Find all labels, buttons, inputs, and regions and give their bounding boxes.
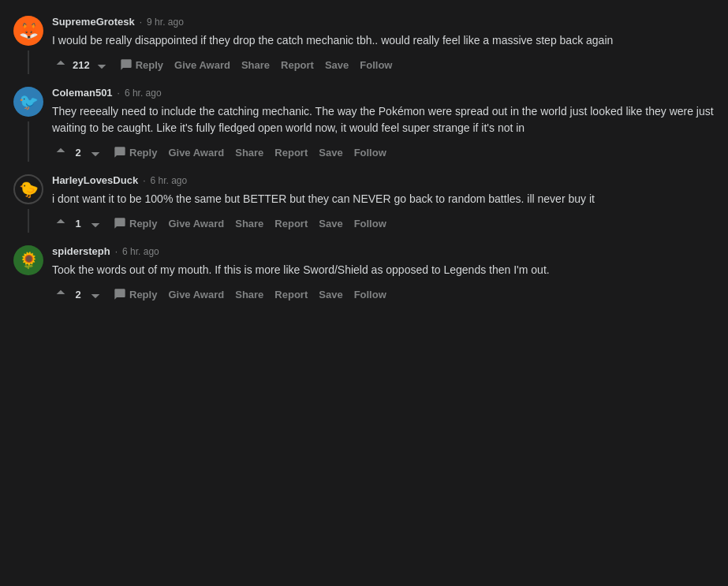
downvote-button[interactable] [87,215,104,231]
comment-actions: 2 Reply Give Award Share Report Save Fol… [52,285,715,304]
comment-actions: 212 Reply Give Award Share Report Save F… [52,55,715,74]
give-award-button[interactable]: Give Award [163,286,229,304]
reply-button[interactable]: Reply [109,143,162,162]
report-button[interactable]: Report [270,215,312,233]
upvote-button[interactable] [52,57,69,73]
vote-section: 2 [52,144,104,160]
share-button[interactable]: Share [230,215,268,233]
dot-separator: · [118,88,120,99]
timestamp: 9 hr. ago [147,17,184,28]
downvote-button[interactable] [87,286,104,302]
comment-left-col: 🦊 [13,16,44,74]
comment-body: They reeeally need to include the catchi… [52,103,715,136]
thread-line [28,50,29,74]
reply-icon [114,217,126,230]
vote-section: 2 [52,286,104,302]
avatar: 🦊 [13,16,43,46]
save-button[interactable]: Save [314,215,347,233]
reply-button[interactable]: Reply [115,55,168,74]
comment-item-1: 🦊 SupremeGrotesk · 9 hr. ago I would be … [13,9,715,80]
downvote-icon [89,288,102,300]
vote-section: 212 [52,57,110,73]
downvote-icon [89,217,102,230]
comment-header: Coleman501 · 6 hr. ago [52,87,715,99]
downvote-icon [89,146,102,159]
reply-icon [114,288,126,300]
comment-left-col: 🌻 [13,245,44,304]
comment-content: SupremeGrotesk · 9 hr. ago I would be re… [52,16,715,74]
report-button[interactable]: Report [270,144,312,162]
share-button[interactable]: Share [230,144,268,162]
comment-body: Took the words out of my mouth. If this … [52,262,715,278]
report-button[interactable]: Report [276,56,319,74]
comment-header: spidersteph · 6 hr. ago [52,245,715,257]
comment-content: Coleman501 · 6 hr. ago They reeeally nee… [52,87,715,162]
share-button[interactable]: Share [237,56,274,74]
vote-count: 1 [73,218,84,230]
avatar: 🐦 [13,87,43,117]
downvote-button[interactable] [87,144,104,160]
avatar-icon: 🐦 [19,94,39,110]
comment-item-2: 🐦 Coleman501 · 6 hr. ago They reeeally n… [13,80,715,168]
timestamp: 6 hr. ago [122,246,159,257]
comment-header: SupremeGrotesk · 9 hr. ago [52,16,715,28]
comment-actions: 2 Reply Give Award Share Report Save Fol… [52,143,715,162]
comment-item-3: 🐤 HarleyLovesDuck · 6 hr. ago i dont wan… [13,168,715,239]
username: SupremeGrotesk [52,16,135,28]
timestamp: 6 hr. ago [125,88,162,99]
give-award-button[interactable]: Give Award [163,215,229,233]
reply-icon [120,58,133,71]
downvote-icon [95,58,108,71]
comment-body: I would be really disappointed if they d… [52,32,715,49]
upvote-button[interactable] [52,144,69,160]
give-award-button[interactable]: Give Award [163,144,229,162]
give-award-button[interactable]: Give Award [170,56,235,74]
username: spidersteph [52,245,110,257]
avatar-icon: 🦊 [19,23,39,39]
dot-separator: · [140,17,142,28]
upvote-icon [54,146,67,159]
comment-item-4: 🌻 spidersteph · 6 hr. ago Took the words… [13,239,715,310]
follow-button[interactable]: Follow [349,144,391,162]
comment-left-col: 🐦 [13,87,44,162]
vote-section: 1 [52,215,104,231]
save-button[interactable]: Save [314,286,347,304]
comment-header: HarleyLovesDuck · 6 hr. ago [52,174,715,186]
upvote-button[interactable] [52,215,69,231]
comment-actions: 1 Reply Give Award Share Report Save Fol… [52,214,715,233]
upvote-icon [54,217,67,230]
vote-count: 212 [73,59,90,71]
timestamp: 6 hr. ago [150,175,187,186]
follow-button[interactable]: Follow [349,215,391,233]
upvote-icon [54,288,67,300]
avatar-icon: 🌻 [19,252,39,268]
share-button[interactable]: Share [230,286,268,304]
dot-separator: · [115,246,118,257]
vote-count: 2 [73,289,84,300]
upvote-icon [54,58,67,71]
follow-button[interactable]: Follow [349,286,391,304]
thread-line [28,209,29,233]
upvote-button[interactable] [52,286,69,302]
comment-content: HarleyLovesDuck · 6 hr. ago i dont want … [52,174,715,233]
comment-thread: 🦊 SupremeGrotesk · 9 hr. ago I would be … [13,9,715,310]
comment-left-col: 🐤 [13,174,44,233]
comment-content: spidersteph · 6 hr. ago Took the words o… [52,245,715,304]
dot-separator: · [143,175,145,186]
avatar: 🌻 [13,245,43,275]
avatar-icon: 🐤 [19,181,39,197]
username: Coleman501 [52,87,113,99]
username: HarleyLovesDuck [52,174,138,186]
reply-button[interactable]: Reply [109,214,162,233]
follow-button[interactable]: Follow [355,56,397,74]
avatar: 🐤 [13,174,43,204]
report-button[interactable]: Report [270,286,312,304]
save-button[interactable]: Save [314,144,347,162]
reply-button[interactable]: Reply [109,285,162,304]
thread-line [28,121,29,162]
vote-count: 2 [73,147,84,159]
downvote-button[interactable] [93,57,110,73]
reply-icon [114,146,126,159]
save-button[interactable]: Save [320,56,353,74]
comment-body: i dont want it to be 100% the same but B… [52,191,715,207]
